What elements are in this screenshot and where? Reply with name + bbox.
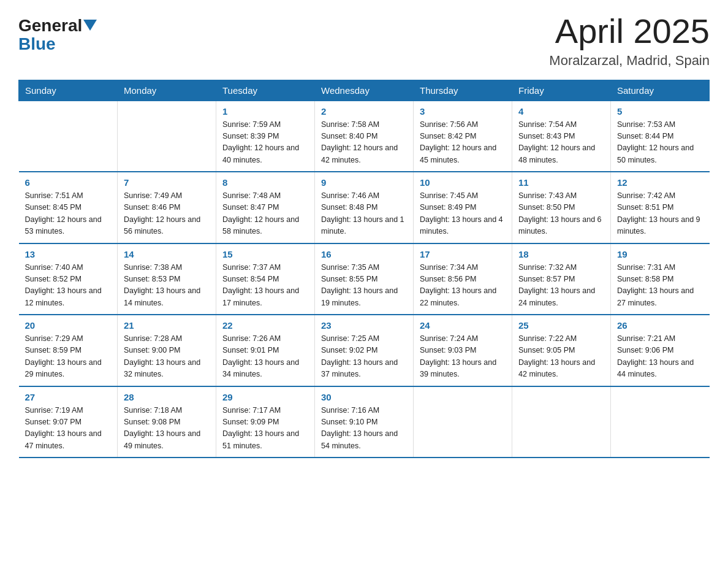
calendar-cell: 10Sunrise: 7:45 AM Sunset: 8:49 PM Dayli… — [414, 172, 512, 243]
day-info: Sunrise: 7:19 AM Sunset: 9:07 PM Dayligh… — [25, 405, 112, 453]
calendar-cell: 25Sunrise: 7:22 AM Sunset: 9:05 PM Dayli… — [512, 315, 611, 386]
calendar-cell: 26Sunrise: 7:21 AM Sunset: 9:06 PM Dayli… — [611, 315, 710, 386]
day-number: 6 — [25, 177, 112, 188]
day-info: Sunrise: 7:48 AM Sunset: 8:47 PM Dayligh… — [222, 190, 308, 238]
day-number: 22 — [222, 320, 308, 331]
calendar-cell: 21Sunrise: 7:28 AM Sunset: 9:00 PM Dayli… — [118, 315, 216, 386]
day-info: Sunrise: 7:45 AM Sunset: 8:49 PM Dayligh… — [420, 190, 506, 238]
day-info: Sunrise: 7:22 AM Sunset: 9:05 PM Dayligh… — [518, 333, 604, 381]
day-number: 18 — [518, 249, 604, 259]
calendar-cell — [118, 101, 216, 172]
calendar-cell: 27Sunrise: 7:19 AM Sunset: 9:07 PM Dayli… — [19, 386, 118, 458]
calendar-week-row: 13Sunrise: 7:40 AM Sunset: 8:52 PM Dayli… — [19, 243, 710, 315]
day-info: Sunrise: 7:31 AM Sunset: 8:58 PM Dayligh… — [617, 262, 703, 310]
calendar-week-row: 1Sunrise: 7:59 AM Sunset: 8:39 PM Daylig… — [19, 101, 710, 172]
calendar-cell — [512, 386, 611, 458]
calendar-title: April 2025 — [549, 12, 710, 50]
calendar-week-row: 27Sunrise: 7:19 AM Sunset: 9:07 PM Dayli… — [19, 386, 710, 458]
calendar-cell: 30Sunrise: 7:16 AM Sunset: 9:10 PM Dayli… — [315, 386, 414, 458]
calendar-cell: 15Sunrise: 7:37 AM Sunset: 8:54 PM Dayli… — [216, 243, 315, 315]
calendar-cell: 23Sunrise: 7:25 AM Sunset: 9:02 PM Dayli… — [315, 315, 414, 386]
calendar-cell: 7Sunrise: 7:49 AM Sunset: 8:46 PM Daylig… — [118, 172, 216, 243]
day-info: Sunrise: 7:26 AM Sunset: 9:01 PM Dayligh… — [222, 333, 308, 381]
calendar-week-row: 6Sunrise: 7:51 AM Sunset: 8:45 PM Daylig… — [19, 172, 710, 243]
day-number: 15 — [222, 249, 308, 259]
logo-blue-text: Blue — [18, 34, 56, 54]
day-number: 13 — [25, 249, 112, 259]
day-number: 23 — [321, 320, 407, 331]
day-info: Sunrise: 7:49 AM Sunset: 8:46 PM Dayligh… — [124, 190, 210, 238]
day-number: 26 — [617, 320, 703, 331]
day-number: 5 — [617, 106, 703, 117]
logo-arrow-icon — [83, 20, 97, 31]
calendar-cell — [19, 101, 118, 172]
day-number: 11 — [518, 177, 604, 188]
calendar-cell: 14Sunrise: 7:38 AM Sunset: 8:53 PM Dayli… — [118, 243, 216, 315]
day-number: 9 — [321, 177, 407, 188]
calendar-table: SundayMondayTuesdayWednesdayThursdayFrid… — [18, 80, 710, 459]
day-number: 30 — [321, 392, 407, 402]
calendar-cell: 1Sunrise: 7:59 AM Sunset: 8:39 PM Daylig… — [216, 101, 315, 172]
weekday-header-tuesday: Tuesday — [216, 80, 315, 101]
day-info: Sunrise: 7:56 AM Sunset: 8:42 PM Dayligh… — [420, 119, 506, 167]
calendar-cell: 28Sunrise: 7:18 AM Sunset: 9:08 PM Dayli… — [118, 386, 216, 458]
day-info: Sunrise: 7:16 AM Sunset: 9:10 PM Dayligh… — [321, 405, 407, 453]
day-number: 10 — [420, 177, 506, 188]
day-info: Sunrise: 7:46 AM Sunset: 8:48 PM Dayligh… — [321, 190, 407, 238]
calendar-cell: 29Sunrise: 7:17 AM Sunset: 9:09 PM Dayli… — [216, 386, 315, 458]
calendar-cell: 13Sunrise: 7:40 AM Sunset: 8:52 PM Dayli… — [19, 243, 118, 315]
day-info: Sunrise: 7:21 AM Sunset: 9:06 PM Dayligh… — [617, 333, 703, 381]
calendar-cell: 2Sunrise: 7:58 AM Sunset: 8:40 PM Daylig… — [315, 101, 414, 172]
day-info: Sunrise: 7:43 AM Sunset: 8:50 PM Dayligh… — [518, 190, 604, 238]
calendar-cell — [414, 386, 512, 458]
day-number: 27 — [25, 392, 112, 402]
calendar-cell: 6Sunrise: 7:51 AM Sunset: 8:45 PM Daylig… — [19, 172, 118, 243]
day-info: Sunrise: 7:38 AM Sunset: 8:53 PM Dayligh… — [124, 262, 210, 310]
weekday-header-saturday: Saturday — [611, 80, 710, 101]
day-info: Sunrise: 7:18 AM Sunset: 9:08 PM Dayligh… — [124, 405, 210, 453]
day-info: Sunrise: 7:32 AM Sunset: 8:57 PM Dayligh… — [518, 262, 604, 310]
calendar-cell: 17Sunrise: 7:34 AM Sunset: 8:56 PM Dayli… — [414, 243, 512, 315]
day-info: Sunrise: 7:53 AM Sunset: 8:44 PM Dayligh… — [617, 119, 703, 167]
day-info: Sunrise: 7:28 AM Sunset: 9:00 PM Dayligh… — [124, 333, 210, 381]
calendar-cell: 9Sunrise: 7:46 AM Sunset: 8:48 PM Daylig… — [315, 172, 414, 243]
calendar-cell — [611, 386, 710, 458]
logo-general-text: General — [18, 17, 82, 34]
logo: General Blue — [18, 17, 97, 54]
calendar-cell: 3Sunrise: 7:56 AM Sunset: 8:42 PM Daylig… — [414, 101, 512, 172]
calendar-cell: 16Sunrise: 7:35 AM Sunset: 8:55 PM Dayli… — [315, 243, 414, 315]
calendar-cell: 12Sunrise: 7:42 AM Sunset: 8:51 PM Dayli… — [611, 172, 710, 243]
calendar-cell: 19Sunrise: 7:31 AM Sunset: 8:58 PM Dayli… — [611, 243, 710, 315]
day-number: 3 — [420, 106, 506, 117]
day-info: Sunrise: 7:24 AM Sunset: 9:03 PM Dayligh… — [420, 333, 506, 381]
day-number: 8 — [222, 177, 308, 188]
day-info: Sunrise: 7:59 AM Sunset: 8:39 PM Dayligh… — [222, 119, 308, 167]
weekday-header-row: SundayMondayTuesdayWednesdayThursdayFrid… — [19, 80, 710, 101]
day-number: 1 — [222, 106, 308, 117]
day-number: 25 — [518, 320, 604, 331]
day-info: Sunrise: 7:35 AM Sunset: 8:55 PM Dayligh… — [321, 262, 407, 310]
calendar-cell: 18Sunrise: 7:32 AM Sunset: 8:57 PM Dayli… — [512, 243, 611, 315]
day-info: Sunrise: 7:51 AM Sunset: 8:45 PM Dayligh… — [25, 190, 112, 238]
header: General Blue April 2025 Moralzarzal, Mad… — [18, 12, 710, 69]
day-number: 19 — [617, 249, 703, 259]
day-info: Sunrise: 7:42 AM Sunset: 8:51 PM Dayligh… — [617, 190, 703, 238]
day-number: 7 — [124, 177, 210, 188]
day-number: 28 — [124, 392, 210, 402]
day-number: 21 — [124, 320, 210, 331]
weekday-header-monday: Monday — [118, 80, 216, 101]
day-info: Sunrise: 7:40 AM Sunset: 8:52 PM Dayligh… — [25, 262, 112, 310]
day-number: 29 — [222, 392, 308, 402]
day-number: 14 — [124, 249, 210, 259]
title-area: April 2025 Moralzarzal, Madrid, Spain — [549, 12, 710, 69]
calendar-cell: 11Sunrise: 7:43 AM Sunset: 8:50 PM Dayli… — [512, 172, 611, 243]
day-info: Sunrise: 7:25 AM Sunset: 9:02 PM Dayligh… — [321, 333, 407, 381]
day-info: Sunrise: 7:37 AM Sunset: 8:54 PM Dayligh… — [222, 262, 308, 310]
calendar-cell: 5Sunrise: 7:53 AM Sunset: 8:44 PM Daylig… — [611, 101, 710, 172]
calendar-cell: 4Sunrise: 7:54 AM Sunset: 8:43 PM Daylig… — [512, 101, 611, 172]
weekday-header-friday: Friday — [512, 80, 611, 101]
calendar-cell: 24Sunrise: 7:24 AM Sunset: 9:03 PM Dayli… — [414, 315, 512, 386]
calendar-week-row: 20Sunrise: 7:29 AM Sunset: 8:59 PM Dayli… — [19, 315, 710, 386]
calendar-cell: 22Sunrise: 7:26 AM Sunset: 9:01 PM Dayli… — [216, 315, 315, 386]
day-number: 24 — [420, 320, 506, 331]
